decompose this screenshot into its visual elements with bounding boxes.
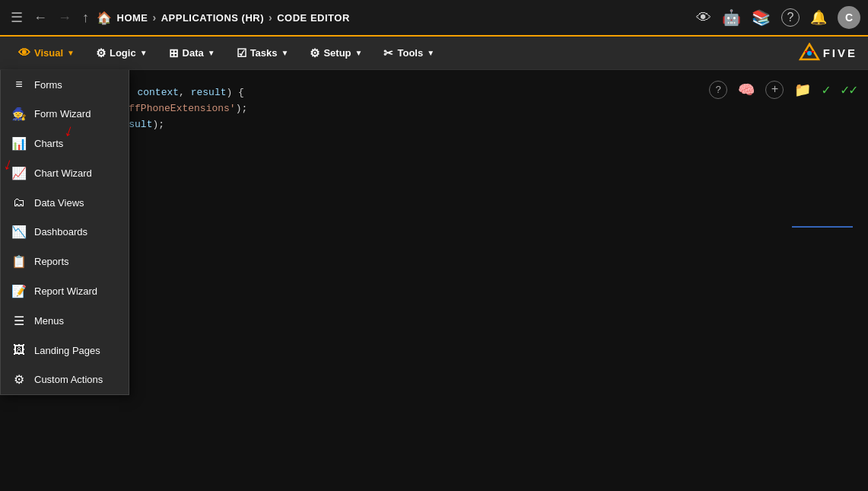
landing-pages-icon: 🖼	[11, 343, 27, 357]
landing-pages-label: Landing Pages	[34, 345, 100, 356]
dropdown-item-reports[interactable]: 📋 Reports	[1, 247, 129, 276]
code-brain-icon[interactable]: 🧠	[738, 81, 755, 98]
menus-icon: ☰	[11, 314, 27, 328]
breadcrumb-editor[interactable]: CODE EDITOR	[277, 12, 350, 24]
nav-label-setup: Setup	[323, 47, 351, 59]
nav-item-logic[interactable]: ⚙ Logic ▼	[85, 40, 158, 66]
back-icon[interactable]: ←	[30, 7, 50, 29]
dashboards-icon: 📉	[11, 225, 27, 239]
chart-wizard-label: Chart Wizard	[34, 167, 92, 179]
books-icon[interactable]: 📚	[752, 8, 771, 27]
reports-icon: 📋	[11, 254, 27, 269]
nav-item-data[interactable]: ⊞ Data ▼	[158, 40, 226, 66]
code-help-icon[interactable]: ?	[709, 81, 727, 99]
help-icon[interactable]: ?	[781, 8, 800, 27]
code-line-2: ectAction('StaffPhoneExtensions');	[30, 101, 853, 117]
tasks-caret: ▼	[281, 49, 289, 57]
logic-icon: ⚙	[96, 46, 106, 60]
nav-label-tasks: Tasks	[250, 47, 278, 59]
five-logo: FIVE	[799, 43, 857, 64]
logic-caret: ▼	[140, 49, 148, 57]
forms-icon: ≡	[11, 78, 27, 91]
menu-icon[interactable]: ☰	[8, 6, 26, 29]
nav-bar: 👁 Visual ▼ ⚙ Logic ▼ ⊞ Data ▼ ☑ Tasks ▼ …	[0, 37, 868, 70]
svg-point-2	[807, 51, 812, 56]
bell-icon[interactable]: 🔔	[810, 9, 827, 26]
breadcrumb-sep-1: ›	[153, 11, 157, 24]
search-icon[interactable]: 👁	[696, 9, 711, 27]
nav-item-visual[interactable]: 👁 Visual ▼	[8, 40, 85, 66]
dropdown-item-forms[interactable]: ≡ Forms	[1, 70, 129, 99]
nav-item-setup[interactable]: ⚙ Setup ▼	[299, 40, 373, 66]
chart-wizard-icon: 📈	[11, 166, 27, 180]
forms-label: Forms	[34, 79, 62, 91]
visual-caret: ▼	[67, 49, 75, 57]
nav-item-tasks[interactable]: ☑ Tasks ▼	[226, 40, 300, 66]
top-bar-right: 👁 🤖 📚 ? 🔔 C	[696, 6, 860, 29]
breadcrumb-app[interactable]: APPLICATIONS (HR)	[161, 12, 264, 24]
dropdown-item-custom-actions[interactable]: ⚙ Custom Actions	[1, 365, 129, 394]
robot-icon[interactable]: 🤖	[722, 8, 741, 27]
dropdown-item-report-wizard[interactable]: 📝 Report Wizard	[1, 276, 129, 306]
home-icon: 🏠	[97, 11, 113, 25]
dropdown-item-data-views[interactable]: 🗂 Data Views	[1, 188, 129, 217]
visual-dropdown: ≡ Forms 🧙 Form Wizard 📊 Charts 📈 Chart W…	[0, 70, 129, 395]
breadcrumb-home[interactable]: HOME	[117, 12, 148, 24]
report-wizard-label: Report Wizard	[34, 285, 97, 297]
menus-label: Menus	[34, 315, 64, 327]
data-views-label: Data Views	[34, 197, 84, 209]
code-check-icon[interactable]: ✓	[822, 81, 830, 98]
data-views-icon: 🗂	[11, 196, 27, 209]
setup-icon: ⚙	[310, 46, 320, 60]
tools-caret: ▼	[427, 49, 434, 57]
form-wizard-label: Form Wizard	[34, 108, 91, 120]
form-wizard-icon: 🧙	[11, 107, 27, 121]
nav-item-tools[interactable]: ✂ Tools ▼	[373, 40, 445, 66]
data-caret: ▼	[208, 49, 215, 57]
dropdown-item-charts[interactable]: 📊 Charts	[1, 129, 129, 158]
blue-line-decoration	[792, 226, 853, 228]
code-toolbar: ? 🧠 + 📁 ✓ ✓✓	[709, 81, 857, 99]
five-logo-text: FIVE	[823, 46, 857, 59]
breadcrumb-sep-2: ›	[269, 11, 272, 24]
code-folder-icon[interactable]: 📁	[794, 81, 811, 98]
dashboards-label: Dashboards	[34, 226, 87, 238]
charts-label: Charts	[34, 138, 63, 149]
top-bar: ☰ ← → ↑ 🏠 HOME › APPLICATIONS (HR) › COD…	[0, 0, 868, 37]
dropdown-item-chart-wizard[interactable]: 📈 Chart Wizard	[1, 158, 129, 188]
tasks-icon: ☑	[237, 46, 246, 60]
custom-actions-icon: ⚙	[11, 372, 27, 387]
up-icon[interactable]: ↑	[79, 7, 92, 29]
code-double-check-icon[interactable]: ✓✓	[841, 81, 857, 98]
tools-icon: ✂	[383, 46, 393, 60]
main-content: ? 🧠 + 📁 ✓ ✓✓ erateReport(five, context, …	[0, 70, 868, 491]
top-bar-left: ☰ ← → ↑ 🏠 HOME › APPLICATIONS (HR) › COD…	[8, 6, 690, 29]
five-logo-icon	[799, 43, 820, 64]
dropdown-item-landing-pages[interactable]: 🖼 Landing Pages	[1, 336, 129, 365]
code-add-icon[interactable]: +	[765, 81, 784, 99]
forward-icon[interactable]: →	[55, 7, 75, 29]
custom-actions-label: Custom Actions	[34, 374, 103, 385]
avatar[interactable]: C	[838, 6, 860, 29]
visual-icon: 👁	[18, 46, 30, 60]
dropdown-item-form-wizard[interactable]: 🧙 Form Wizard	[1, 99, 129, 129]
charts-icon: 📊	[11, 136, 27, 151]
dropdown-item-dashboards[interactable]: 📉 Dashboards	[1, 217, 129, 247]
nav-label-visual: Visual	[34, 47, 63, 59]
nav-label-logic: Logic	[110, 47, 136, 59]
nav-label-data: Data	[183, 47, 204, 59]
dropdown-item-menus[interactable]: ☰ Menus	[1, 306, 129, 336]
report-wizard-icon: 📝	[11, 284, 27, 298]
breadcrumb: 🏠 HOME › APPLICATIONS (HR) › CODE EDITOR	[97, 11, 350, 25]
setup-caret: ▼	[355, 49, 363, 57]
code-line-3: ive.success(result);	[30, 117, 853, 133]
reports-label: Reports	[34, 256, 69, 267]
nav-label-tools: Tools	[397, 47, 423, 59]
data-icon: ⊞	[169, 46, 179, 60]
code-editor[interactable]: ? 🧠 + 📁 ✓ ✓✓ erateReport(five, context, …	[0, 70, 868, 491]
